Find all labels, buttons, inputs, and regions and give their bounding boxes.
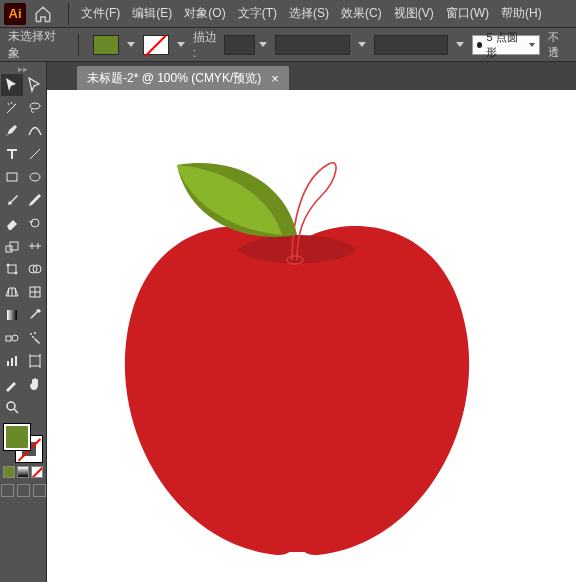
paintbrush-tool[interactable]	[1, 189, 23, 211]
svg-rect-19	[11, 358, 13, 366]
svg-point-3	[30, 173, 40, 181]
tab-title: 未标题-2* @ 100% (CMYK/预览)	[87, 70, 261, 87]
draw-behind[interactable]	[17, 484, 30, 497]
svg-point-14	[12, 335, 18, 341]
tab-close-icon[interactable]: ×	[271, 71, 279, 86]
draw-inside[interactable]	[33, 484, 46, 497]
svg-rect-20	[15, 356, 17, 366]
symbol-sprayer-tool[interactable]	[24, 327, 46, 349]
svg-point-22	[7, 402, 15, 410]
tools-panel: ▸▸	[0, 62, 47, 582]
opacity-label: 不透	[548, 30, 568, 60]
pencil-tool[interactable]	[24, 189, 46, 211]
svg-rect-13	[6, 336, 11, 341]
pen-tool[interactable]	[1, 120, 23, 142]
dropdown-icon[interactable]	[456, 42, 464, 47]
svg-point-16	[34, 332, 36, 334]
fill-color-swatch[interactable]	[4, 424, 30, 450]
type-tool[interactable]	[1, 143, 23, 165]
tab-bar: 未标题-2* @ 100% (CMYK/预览) ×	[47, 62, 576, 90]
selection-tool[interactable]	[1, 74, 23, 96]
fill-stroke-picker[interactable]	[4, 424, 42, 462]
round-dot-icon	[477, 42, 482, 48]
direct-selection-tool[interactable]	[24, 74, 46, 96]
svg-point-8	[15, 272, 17, 274]
separator	[78, 34, 79, 56]
menu-effect[interactable]: 效果(C)	[335, 2, 388, 25]
svg-line-1	[30, 149, 40, 159]
color-mode-none[interactable]	[31, 466, 43, 478]
dropdown-icon[interactable]	[358, 42, 366, 47]
menu-window[interactable]: 窗口(W)	[440, 2, 495, 25]
brush-definition-dropdown[interactable]	[374, 35, 448, 55]
artboard-tool[interactable]	[24, 350, 46, 372]
zoom-tool[interactable]	[1, 396, 23, 418]
empty-slot	[24, 396, 46, 418]
document-area: 未标题-2* @ 100% (CMYK/预览) ×	[47, 62, 576, 582]
color-mode-solid[interactable]	[3, 466, 15, 478]
brush-profile-label: 5 点圆形	[486, 30, 524, 60]
line-tool[interactable]	[24, 143, 46, 165]
stroke-width-input[interactable]	[224, 35, 255, 55]
free-transform-tool[interactable]	[1, 258, 23, 280]
lasso-tool[interactable]	[24, 97, 46, 119]
stroke-width-stepper-icon[interactable]	[259, 42, 267, 47]
svg-rect-2	[7, 173, 17, 181]
slice-tool[interactable]	[1, 373, 23, 395]
toolbar-expand-icon[interactable]: ▸▸	[1, 64, 45, 74]
brush-profile-dropdown[interactable]: 5 点圆形	[472, 35, 540, 55]
rectangle-tool[interactable]	[1, 166, 23, 188]
scale-tool[interactable]	[1, 235, 23, 257]
svg-rect-18	[7, 361, 9, 366]
gradient-tool[interactable]	[1, 304, 23, 326]
color-mode-row	[3, 466, 43, 478]
svg-point-7	[7, 264, 9, 266]
mesh-tool[interactable]	[24, 281, 46, 303]
canvas[interactable]	[47, 90, 576, 582]
control-bar: 未选择对象 描边 : 5 点圆形 不透	[0, 28, 576, 62]
svg-rect-21	[30, 356, 40, 366]
chevron-down-icon	[529, 43, 535, 47]
svg-point-0	[30, 103, 40, 109]
perspective-grid-tool[interactable]	[1, 281, 23, 303]
svg-rect-4	[6, 246, 12, 252]
menu-view[interactable]: 视图(V)	[388, 2, 440, 25]
menu-type[interactable]: 文字(T)	[232, 2, 283, 25]
app-logo: Ai	[4, 3, 26, 25]
variable-width-profile-dropdown[interactable]	[275, 35, 349, 55]
eyedropper-tool[interactable]	[24, 304, 46, 326]
magic-wand-tool[interactable]	[1, 97, 23, 119]
stroke-dropdown-icon[interactable]	[177, 42, 185, 47]
menu-help[interactable]: 帮助(H)	[495, 2, 548, 25]
svg-point-17	[32, 336, 34, 338]
curvature-tool[interactable]	[24, 120, 46, 142]
separator	[68, 3, 69, 25]
home-icon[interactable]	[34, 5, 52, 23]
shape-builder-tool[interactable]	[24, 258, 46, 280]
blend-tool[interactable]	[1, 327, 23, 349]
column-graph-tool[interactable]	[1, 350, 23, 372]
color-mode-gradient[interactable]	[17, 466, 29, 478]
artwork-apple[interactable]	[67, 110, 527, 570]
ellipse-tool[interactable]	[24, 166, 46, 188]
rotate-tool[interactable]	[24, 212, 46, 234]
document-tab[interactable]: 未标题-2* @ 100% (CMYK/预览) ×	[77, 66, 289, 90]
menu-object[interactable]: 对象(O)	[178, 2, 231, 25]
stroke-swatch[interactable]	[143, 35, 169, 55]
menu-select[interactable]: 选择(S)	[283, 2, 335, 25]
draw-normal[interactable]	[1, 484, 14, 497]
svg-rect-6	[8, 265, 16, 273]
selection-status: 未选择对象	[8, 28, 64, 62]
menu-edit[interactable]: 编辑(E)	[126, 2, 178, 25]
width-tool[interactable]	[24, 235, 46, 257]
menu-file[interactable]: 文件(F)	[75, 2, 126, 25]
eraser-tool[interactable]	[1, 212, 23, 234]
menu-bar: Ai 文件(F) 编辑(E) 对象(O) 文字(T) 选择(S) 效果(C) 视…	[0, 0, 576, 28]
svg-point-15	[30, 333, 32, 335]
fill-swatch[interactable]	[93, 35, 119, 55]
fill-dropdown-icon[interactable]	[127, 42, 135, 47]
svg-rect-12	[7, 310, 17, 320]
draw-modes	[1, 484, 46, 497]
hand-tool[interactable]	[24, 373, 46, 395]
stroke-label: 描边 :	[193, 29, 221, 60]
